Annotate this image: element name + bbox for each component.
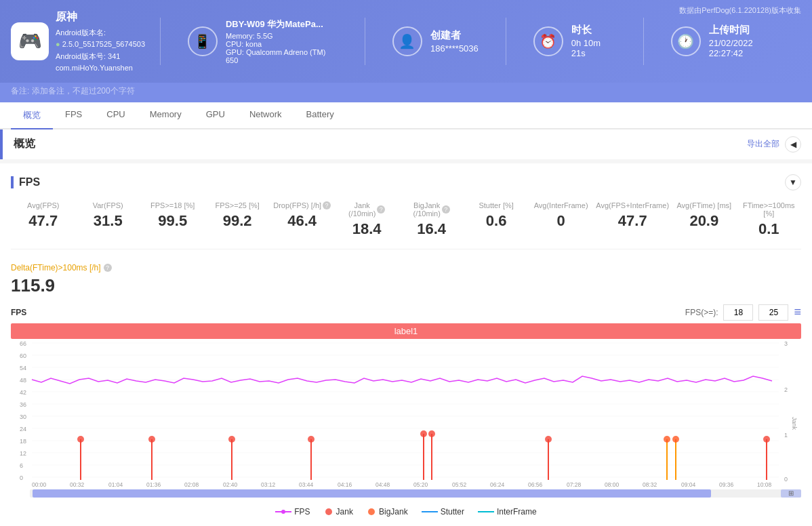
device-cpu: CPU: kona <box>226 40 338 48</box>
svg-point-35 <box>308 436 314 443</box>
svg-text:02:08: 02:08 <box>184 481 199 488</box>
stat-avg-fps-interframe: Avg(FPS+InterFrame) 47.7 <box>593 201 672 238</box>
bigjank-help-icon[interactable]: ? <box>442 205 450 214</box>
svg-text:6: 6 <box>20 462 23 469</box>
duration-section: ⏰ 时长 0h 10m 21s <box>520 24 630 58</box>
svg-point-45 <box>672 436 679 443</box>
app-package: com.miHoYo.Yuanshen <box>56 62 145 75</box>
svg-text:04:48: 04:48 <box>375 481 390 488</box>
svg-text:66: 66 <box>20 340 26 347</box>
tab-memory[interactable]: Memory <box>138 102 194 129</box>
app-version: ● 2.5.0_5517525_5674503 <box>56 39 145 51</box>
app-info: 🎮 原神 Android版本名: ● 2.5.0_5517525_5674503… <box>11 8 146 75</box>
svg-text:18: 18 <box>20 438 26 445</box>
device-info: DBY-W09 华为MatePa... Memory: 5.5G CPU: ko… <box>226 18 338 64</box>
svg-text:Jank: Jank <box>791 417 798 430</box>
svg-text:06:24: 06:24 <box>490 481 505 488</box>
legend-stutter: Stutter <box>422 507 464 517</box>
svg-point-39 <box>428 430 435 437</box>
delta-ftime-label: Delta(FTime)>100ms [/h] <box>11 263 101 272</box>
svg-text:0: 0 <box>20 474 23 481</box>
svg-point-71 <box>325 508 332 515</box>
svg-text:2: 2 <box>784 386 788 393</box>
remark-placeholder: 备注: 添加备注，不超过200个字符 <box>11 86 135 96</box>
svg-text:00:00: 00:00 <box>32 481 47 488</box>
drop-fps-help-icon[interactable]: ? <box>323 201 331 209</box>
creator-label: 创建者 <box>430 29 479 42</box>
svg-text:06:56: 06:56 <box>528 481 543 488</box>
tabs-bar: 概览 FPS CPU Memory GPU Network Battery <box>0 102 812 129</box>
svg-text:08:32: 08:32 <box>643 481 657 488</box>
app-name: 原神 <box>56 8 145 26</box>
svg-point-31 <box>148 436 155 443</box>
header-divider-1 <box>160 18 161 65</box>
svg-text:05:52: 05:52 <box>452 481 467 488</box>
device-name: DBY-W09 华为MatePa... <box>226 18 338 31</box>
fps-chart-svg: 66 60 54 48 42 36 30 24 18 12 6 0 3 2 1 … <box>11 339 801 488</box>
svg-text:36: 36 <box>20 401 26 408</box>
svg-text:10:08: 10:08 <box>757 481 772 488</box>
overview-section: 概览 导出全部 ◀ <box>0 129 812 159</box>
fps-title: FPS <box>11 176 40 188</box>
stat-fps25: FPS>=25 [%] 99.2 <box>205 201 269 238</box>
stat-avg-ftime: Avg(FTime) [ms] 20.9 <box>672 201 736 238</box>
remark-bar: 备注: 添加备注，不超过200个字符 <box>0 83 812 102</box>
stat-var-fps: Var(FPS) 31.5 <box>75 201 140 238</box>
svg-point-29 <box>77 436 84 443</box>
fps-stats-grid: Avg(FPS) 47.7 Var(FPS) 31.5 FPS>=18 [%] … <box>11 201 801 249</box>
tab-cpu[interactable]: CPU <box>94 102 137 129</box>
legend-interframe: InterFrame <box>478 507 537 517</box>
svg-text:05:20: 05:20 <box>413 481 428 488</box>
tab-network[interactable]: Network <box>237 102 294 129</box>
svg-text:12: 12 <box>20 450 26 457</box>
scrollbar-thumb <box>33 489 711 498</box>
svg-text:03:12: 03:12 <box>261 481 276 488</box>
chart-fps-label: FPS <box>11 308 26 317</box>
upload-icon: 🕐 <box>671 26 701 56</box>
tab-overview[interactable]: 概览 <box>11 102 53 129</box>
svg-point-47 <box>763 436 770 443</box>
legend-fps: FPS <box>275 507 310 517</box>
chart-label-bar: label1 <box>11 323 801 339</box>
version-info: 数据由PerfDog(6.1.220128)版本收集 <box>679 5 801 16</box>
svg-point-33 <box>228 436 235 443</box>
device-gpu: GPU: Qualcomm Adreno (TM) 650 <box>226 48 338 64</box>
fps-threshold-input-2[interactable] <box>758 304 788 321</box>
svg-text:24: 24 <box>20 426 26 432</box>
jank-help-icon[interactable]: ? <box>377 205 385 214</box>
svg-point-43 <box>664 436 670 443</box>
header-divider-3 <box>506 18 506 65</box>
app-header: 🎮 原神 Android版本名: ● 2.5.0_5517525_5674503… <box>0 0 812 83</box>
creator-value: 186****5036 <box>430 43 479 54</box>
tab-fps[interactable]: FPS <box>53 102 94 129</box>
svg-text:07:28: 07:28 <box>567 481 582 488</box>
chart-settings-icon[interactable]: ≡ <box>794 305 801 319</box>
chart-legend: FPS Jank BigJank Stutter InterFrame <box>11 502 801 522</box>
fps-section: FPS ▼ Avg(FPS) 47.7 Var(FPS) 31.5 FPS>=1… <box>0 163 812 526</box>
svg-text:48: 48 <box>20 377 26 384</box>
creator-info: 创建者 186****5036 <box>430 29 479 54</box>
delta-ftime-help-icon[interactable]: ? <box>104 264 112 272</box>
tab-gpu[interactable]: GPU <box>194 102 237 129</box>
content-area: 概览 导出全部 ◀ FPS ▼ Avg(FPS) 47.7 Var(FPS) 3… <box>0 129 812 526</box>
svg-point-37 <box>420 430 427 437</box>
device-memory: Memory: 5.5G <box>226 32 338 40</box>
chart-scrollbar[interactable]: ⊞ <box>30 489 801 498</box>
upload-value: 21/02/2022 22:27:42 <box>709 38 788 58</box>
fps-collapse-btn[interactable]: ▼ <box>785 174 801 190</box>
creator-section: 👤 创建者 186****5036 <box>379 26 492 56</box>
export-all-btn[interactable]: 导出全部 <box>747 138 779 150</box>
svg-point-41 <box>545 436 552 443</box>
svg-text:09:36: 09:36 <box>719 481 734 488</box>
tab-battery[interactable]: Battery <box>294 102 346 129</box>
svg-text:30: 30 <box>20 413 26 420</box>
legend-jank: Jank <box>324 507 353 517</box>
overview-title: 概览 <box>14 137 35 151</box>
scrollbar-end: ⊞ <box>781 489 801 498</box>
svg-text:3: 3 <box>784 340 788 347</box>
upload-section: 🕐 上传时间 21/02/2022 22:27:42 <box>657 24 801 58</box>
chart-container: 66 60 54 48 42 36 30 24 18 12 6 0 3 2 1 … <box>11 339 801 488</box>
svg-point-72 <box>368 508 375 515</box>
fps-threshold-input-1[interactable] <box>723 304 753 321</box>
overview-collapse-btn[interactable]: ◀ <box>785 136 801 153</box>
